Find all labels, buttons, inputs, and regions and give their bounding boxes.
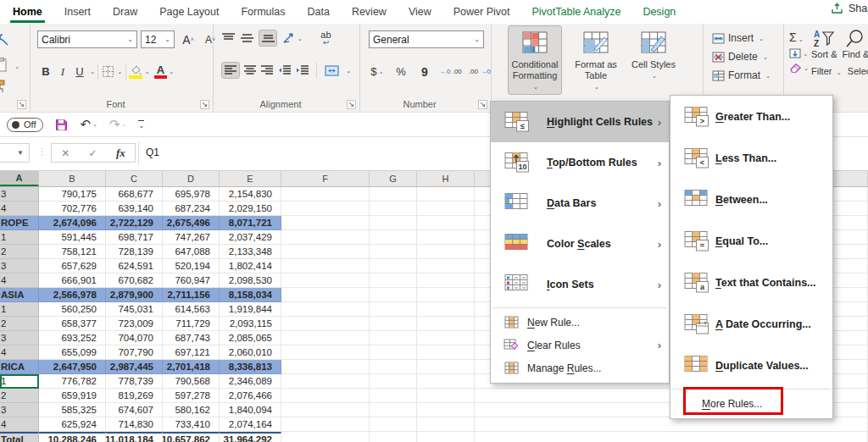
data-cell[interactable]: 695,978: [163, 187, 220, 202]
row-label-cell[interactable]: RICA: [0, 360, 39, 374]
row-label-cell[interactable]: 3: [0, 187, 39, 202]
align-middle-icon[interactable]: [241, 33, 253, 43]
data-cell[interactable]: 733,410: [163, 417, 220, 432]
empty-cell[interactable]: [370, 317, 417, 331]
menu-item-text-that-contains[interactable]: aText that Contains...: [670, 262, 832, 303]
empty-cell[interactable]: [281, 302, 370, 317]
align-right-icon[interactable]: [261, 65, 273, 75]
empty-cell[interactable]: [475, 432, 868, 442]
data-cell[interactable]: 625,924: [39, 417, 106, 432]
empty-cell[interactable]: [417, 230, 475, 245]
empty-cell[interactable]: [281, 288, 370, 302]
data-cell[interactable]: 668,677: [106, 187, 163, 202]
row-label-cell[interactable]: ROPE: [0, 216, 39, 230]
align-left-button[interactable]: [222, 63, 239, 78]
tab-review[interactable]: Review: [341, 0, 398, 24]
data-cell[interactable]: 714,830: [106, 417, 163, 432]
data-cell[interactable]: 1,840,094: [220, 403, 281, 417]
row-label-cell[interactable]: Total: [0, 432, 39, 442]
data-cell[interactable]: 655,099: [39, 345, 106, 360]
font-name-combo[interactable]: Calibri ⌄: [37, 30, 137, 48]
data-cell[interactable]: 2,076,466: [220, 389, 281, 403]
data-cell[interactable]: 10,657,862: [163, 432, 220, 442]
data-cell[interactable]: 10,288,246: [39, 432, 106, 442]
data-cell[interactable]: 745,031: [106, 302, 163, 317]
data-cell[interactable]: 790,568: [163, 374, 220, 389]
data-cell[interactable]: 702,776: [39, 202, 106, 216]
conditional-formatting-button[interactable]: Conditional Formatting ⌄: [509, 26, 561, 94]
column-header-A[interactable]: A: [0, 171, 39, 186]
alignment-dialog-launcher[interactable]: ↘: [347, 100, 356, 109]
empty-cell[interactable]: [370, 345, 417, 360]
menu-item-more-rules[interactable]: More Rules...: [670, 392, 832, 415]
data-cell[interactable]: 11,018,184: [106, 432, 163, 442]
redo-button[interactable]: ↷⌄: [109, 117, 126, 132]
empty-cell[interactable]: [475, 417, 868, 432]
autosum-button[interactable]: Σ⌄: [789, 30, 809, 44]
decrease-indent-icon[interactable]: [278, 65, 291, 75]
customize-qat-button[interactable]: ⌄: [138, 120, 144, 130]
find-select-label2[interactable]: Select ⌄: [848, 66, 868, 76]
undo-button[interactable]: ↶⌄: [80, 117, 97, 132]
format-cells-button[interactable]: Format ⌄: [712, 66, 771, 85]
italic-button[interactable]: I: [54, 63, 71, 80]
data-cell[interactable]: 2,701,418: [163, 360, 220, 374]
data-cell[interactable]: 31,964,292: [220, 432, 281, 442]
tab-data[interactable]: Data: [296, 0, 340, 24]
tab-draw[interactable]: Draw: [102, 0, 148, 24]
font-color-chevron[interactable]: ⌄: [169, 68, 174, 75]
data-cell[interactable]: 2,060,010: [220, 345, 281, 360]
data-cell[interactable]: 670,682: [106, 273, 163, 288]
empty-cell[interactable]: [370, 432, 417, 442]
orientation-button[interactable]: ⌄: [282, 32, 303, 44]
data-cell[interactable]: 1,802,414: [220, 259, 281, 273]
merge-center-icon[interactable]: [325, 65, 339, 76]
data-cell[interactable]: 2,093,115: [220, 317, 281, 331]
menu-item-greater-than[interactable]: >Greater Than...: [670, 96, 832, 137]
merge-center-chevron[interactable]: ⌄: [346, 67, 351, 75]
row-label-cell[interactable]: 1: [0, 302, 39, 317]
data-cell[interactable]: 711,729: [163, 317, 220, 331]
empty-cell[interactable]: [281, 360, 370, 374]
autosave-toggle[interactable]: Off: [7, 118, 43, 132]
number-format-combo[interactable]: General ⌄: [369, 30, 484, 48]
data-cell[interactable]: 2,987,445: [106, 360, 163, 374]
data-cell[interactable]: 614,563: [163, 302, 220, 317]
empty-cell[interactable]: [417, 360, 475, 374]
borders-icon[interactable]: [101, 64, 115, 79]
data-cell[interactable]: 8,336,813: [220, 360, 281, 374]
empty-cell[interactable]: [370, 403, 417, 417]
active-cell[interactable]: 1: [0, 374, 39, 389]
increase-decimal-button[interactable]: ←0 .00: [440, 63, 462, 80]
data-cell[interactable]: 2,675,496: [163, 216, 220, 230]
empty-cell[interactable]: [281, 374, 370, 389]
data-cell[interactable]: 697,121: [163, 345, 220, 360]
empty-cell[interactable]: [417, 331, 475, 345]
row-label-cell[interactable]: 4: [0, 202, 39, 216]
data-cell[interactable]: 698,717: [106, 230, 163, 245]
empty-cell[interactable]: [370, 374, 417, 389]
empty-cell[interactable]: [417, 317, 475, 331]
number-dialog-launcher[interactable]: ↘: [478, 100, 487, 109]
align-center-icon[interactable]: [244, 65, 256, 75]
column-header-B[interactable]: B: [39, 171, 106, 186]
empty-cell[interactable]: [370, 417, 417, 432]
empty-cell[interactable]: [370, 202, 417, 216]
data-cell[interactable]: 591,445: [39, 230, 106, 245]
empty-cell[interactable]: [370, 288, 417, 302]
tab-page-layout[interactable]: Page Layout: [148, 0, 230, 24]
empty-cell[interactable]: [417, 302, 475, 317]
find-select-button[interactable]: Find &: [843, 29, 868, 60]
data-cell[interactable]: 778,739: [106, 374, 163, 389]
empty-cell[interactable]: [370, 360, 417, 374]
menu-item-new-rule[interactable]: New Rule...: [491, 311, 669, 334]
tab-pivottable-analyze[interactable]: PivotTable Analyze: [520, 0, 632, 24]
paste-dropdown-chevron[interactable]: ⌄: [14, 63, 19, 70]
data-cell[interactable]: 674,607: [106, 403, 163, 417]
empty-cell[interactable]: [281, 432, 370, 442]
data-cell[interactable]: 687,234: [163, 202, 220, 216]
empty-cell[interactable]: [281, 403, 370, 417]
data-cell[interactable]: 597,278: [163, 389, 220, 403]
data-cell[interactable]: 658,377: [39, 317, 106, 331]
menu-item-highlight-cells-rules[interactable]: ≤Highlight Cells Rules›: [491, 102, 669, 142]
